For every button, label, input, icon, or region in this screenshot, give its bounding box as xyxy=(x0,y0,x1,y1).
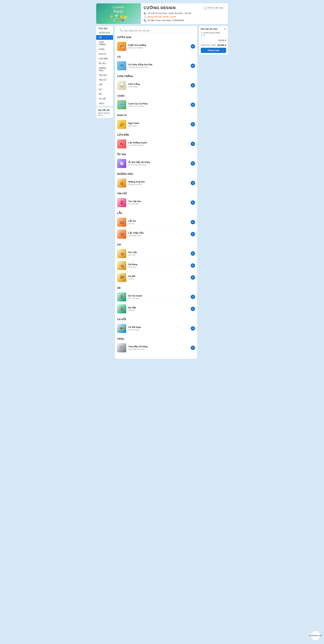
menu-item-desc-com: Cơm Trắng xyxy=(128,86,189,88)
add-lon-button[interactable]: + xyxy=(191,142,195,146)
menu-item-name-ca: Cá Chép Sống Om Dưa xyxy=(128,63,189,66)
menu-item-img-de-hap: 🐐 xyxy=(117,304,126,314)
add-canh-button[interactable]: + xyxy=(191,102,195,107)
category-title-lau: LẨU xyxy=(117,212,195,214)
menu-item-info-ca: Cá Chép Sống Om Dưa Cá Chép Sống Om Dưa xyxy=(128,63,189,68)
add-de-hap-button[interactable]: + xyxy=(191,307,195,311)
menu-item-info-trau: Trâu Hấp Xả Gừng Trâu Hấp Xả Gừng xyxy=(128,345,189,350)
sidebar-item-ca-hoi[interactable]: CÁ HỒI xyxy=(96,96,113,101)
menu-item-desc-ga-luoc: Gà Luộc xyxy=(128,254,189,256)
sidebar-item-de[interactable]: DÊ xyxy=(96,92,113,96)
menu-item-info-tim: Tim Cật Xào Tim Cật Xào xyxy=(128,200,189,205)
check-order-button[interactable]: 📋 Kiểm tra đơn hàng xyxy=(203,6,225,10)
menu-item-name-canh: Canh Cua Cà Pháo xyxy=(128,102,189,105)
store-banner: Cocktail Party 🍹🍸🍋🍈 🥂 🍍 🍊 🫐 xyxy=(96,3,141,24)
menu-item-info-nhong: Nhộng Ong Xào Nhộng Ong Xào xyxy=(128,180,189,186)
add-tim-button[interactable]: + xyxy=(191,200,195,205)
remove-order-item-icon[interactable]: 🗑 xyxy=(203,34,205,36)
add-ca-hoi-button[interactable]: + xyxy=(191,326,195,330)
menu-item-img-oc: 🐚 xyxy=(117,159,126,168)
sidebar-item-ca[interactable]: CÁ xyxy=(96,35,113,40)
menu-item-name-ca-hoi: Cá Hồi Sapa xyxy=(128,326,189,328)
menu-item-desc-lau-thap-cam: Lẩu Thập Cẩm xyxy=(128,234,189,237)
category-title-nhong-ong: NHỘNG ONG xyxy=(117,172,195,176)
store-info: CƯỜNG DESIGN 📋 Kiểm tra đơn hàng 🏪 Số 13… xyxy=(141,3,228,24)
menu-item-desc-lon: Lợn Nướng Xuyên xyxy=(128,144,189,146)
menu-item-lau-thap-cam: 🫕 Lẩu Thập Cẩm Lẩu Thập Cẩm + xyxy=(117,228,195,240)
search-bar[interactable]: 🔍 xyxy=(117,28,195,33)
sidebar-blog-item[interactable]: Điểm mặt gọi tên m xyxy=(98,112,111,116)
store-address: Số 138 Ô Chợ Dừa - Quận Ba Đình - Hà Nội xyxy=(148,12,191,14)
add-ga-luoc-button[interactable]: + xyxy=(191,251,195,256)
category-khai-vi: KHAI VỊ 🌽 Ngô Chiên Ngô Chiên + xyxy=(117,114,195,130)
category-title-de: DÊ xyxy=(117,286,195,289)
menu-item-lau-ga: 🍲 Lẩu Gà Lẩu Gà + xyxy=(117,216,195,228)
menu-item-name-ga-doi: Gà Đồi xyxy=(128,275,189,278)
menu-item-de-hap: 🐐 Dê Hấp Dê Hấp + xyxy=(117,303,195,315)
clear-order-icon[interactable]: 🗑 xyxy=(224,28,226,30)
order-header: Món bạn đã chọn 🗑 xyxy=(201,28,226,30)
category-trau: TRÂU 🐃 Trâu Hấp Xả Gừng Trâu Hấp Xả Gừng… xyxy=(117,337,195,354)
order-total-label: Thành tiền 1 phần xyxy=(201,44,216,46)
menu-item-ca-hoi-sapa: 🐠 Cá Hồi Sapa Cá Hồi Sapa + xyxy=(117,322,195,334)
menu-item-info-ga-rang: Gà Rang Gà Rang xyxy=(128,263,189,268)
menu-item-info-oc: Ốc Núi Hấp Xả Gừng Ốc Núi Hấp Xả Gừng xyxy=(128,161,189,166)
search-input[interactable] xyxy=(124,29,193,32)
menu-item-img-lau-thap-cam: 🫕 xyxy=(117,230,126,239)
sidebar-item-nhong-ong[interactable]: NHỘNG ONG xyxy=(96,66,113,73)
menu-item-img-tim: 🫀 xyxy=(117,198,126,207)
category-ga: GÀ 🍗 Gà Luộc Gà Luộc + 🍗 Gà Rang Gà Rang xyxy=(117,243,195,283)
menu-item-desc-canh: Canh Cua Cà Pháo xyxy=(128,105,189,107)
sidebar-item-oc-nui[interactable]: ỐC NÚI xyxy=(96,61,113,66)
sidebar-item-tim-cat2[interactable]: TIM CAT xyxy=(96,78,113,82)
watermark: CODETHUAN.NET xyxy=(310,630,321,641)
category-title-ca-hoi: CÁ HỒI xyxy=(117,318,195,321)
menu-item-img-com: 🍚 xyxy=(117,81,126,90)
sidebar-item-trau[interactable]: TRÂU xyxy=(96,101,113,106)
add-khai-button[interactable]: + xyxy=(191,122,195,126)
add-trau-button[interactable]: + xyxy=(191,346,195,350)
store-phone: Số điện thoại cửa hàng: 0795586558 xyxy=(148,19,184,22)
sidebar-item-suon-sun[interactable]: SƯỚN SUN xyxy=(96,30,113,35)
category-title-oc-nui: ỐC NÚI xyxy=(117,153,195,156)
location-icon: 🏪 xyxy=(144,12,146,14)
sidebar-item-canh[interactable]: CANH xyxy=(96,47,113,52)
menu-item-img-ga-doi: 🐓 xyxy=(117,273,126,282)
sidebar-item-khai-vi[interactable]: KHAI VỊ xyxy=(96,52,113,56)
menu-item-trau-hap: 🐃 Trâu Hấp Xả Gừng Trâu Hấp Xả Gừng + xyxy=(117,342,195,354)
add-lau-ga-button[interactable]: + xyxy=(191,220,195,224)
menu-item-ca-chep: 🐟 Cá Chép Sống Om Dưa Cá Chép Sống Om Dư… xyxy=(117,60,195,72)
store-phone-row: 📞 Số điện thoại cửa hàng: 0795586558 xyxy=(144,19,225,22)
checkout-button[interactable]: Thanh toán xyxy=(201,48,226,53)
add-de-tai-chanh-button[interactable]: + xyxy=(191,295,195,299)
menu-item-name-ga-luoc: Gà Luộc xyxy=(128,251,189,254)
add-ca-button[interactable]: + xyxy=(191,64,195,68)
add-com-button[interactable]: + xyxy=(191,83,195,88)
document-icon: 📋 xyxy=(204,7,207,9)
category-canh: CANH 🥣 Canh Cua Cà Pháo Canh Cua Cà Pháo… xyxy=(117,94,195,111)
search-icon: 🔍 xyxy=(120,29,123,32)
add-lau-thap-cam-button[interactable]: + xyxy=(191,232,195,236)
menu-item-nhong-ong: 🍯 Nhộng Ong Xào Nhộng Ong Xào + xyxy=(117,177,195,189)
sidebar-item-com-trang[interactable]: CƠM TRẮNG xyxy=(96,40,113,47)
menu-item-desc-ga-rang: Gà Rang xyxy=(128,266,189,268)
add-suon-button[interactable]: + xyxy=(191,44,195,48)
add-ga-doi-button[interactable]: + xyxy=(191,275,195,280)
sidebar-item-tim-cat[interactable]: TIM CẬT xyxy=(96,73,113,78)
menu-item-oc-nui: 🐚 Ốc Núi Hấp Xả Gừng Ốc Núi Hấp Xả Gừng … xyxy=(117,158,195,169)
menu-item-desc-khai: Ngô Chiên xyxy=(128,125,189,127)
category-title-khai-vi: KHAI VỊ xyxy=(117,114,195,117)
category-suon-sun: SƯỚN SUN 🍖 Sướn Xun Nướng Sướn Xun Nướng… xyxy=(117,36,195,52)
add-oc-button[interactable]: + xyxy=(191,161,195,166)
sidebar-item-lau[interactable]: LẨU xyxy=(96,82,113,87)
menu-item-img-lon: 🥩 xyxy=(117,139,126,148)
sidebar-item-lon-ban[interactable]: LỢN BẢN xyxy=(96,56,113,61)
order-panel: Món bạn đã chọn 🗑 1 x Canh Cua Cà Pháo ✏… xyxy=(199,26,228,55)
category-tim-cat: TIM CẬT 🫀 Tim Cật Xào Tim Cật Xào + xyxy=(117,192,195,208)
menu-item-com-trang: 🍚 Cơm Trắng Cơm Trắng + xyxy=(117,80,195,91)
edit-order-item-icon[interactable]: ✏ xyxy=(201,34,202,36)
add-nhong-button[interactable]: + xyxy=(191,181,195,185)
menu-item-img-nhong: 🍯 xyxy=(117,178,126,188)
add-ga-rang-button[interactable]: + xyxy=(191,263,195,268)
sidebar-item-ga[interactable]: GÀ xyxy=(96,87,113,92)
